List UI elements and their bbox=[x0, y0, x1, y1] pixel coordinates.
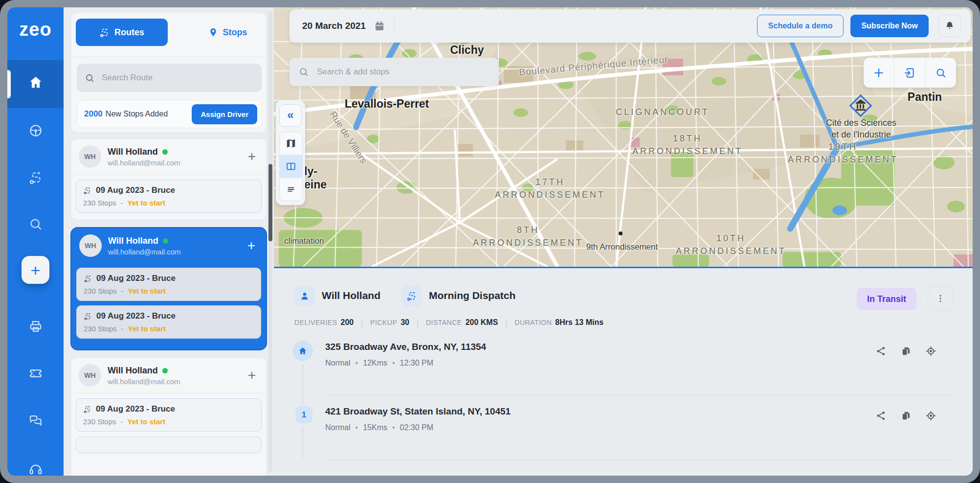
dispatch-menu-button[interactable] bbox=[928, 286, 953, 311]
map-search-button[interactable] bbox=[925, 58, 956, 88]
map-pin-icon bbox=[208, 27, 218, 37]
sidebar-item-support[interactable] bbox=[7, 461, 64, 476]
locate-icon[interactable] bbox=[925, 410, 936, 421]
driver-card[interactable]: WH Will Holland will.holland@mail.com + … bbox=[70, 357, 267, 483]
route-icon bbox=[28, 170, 43, 185]
calendar-icon[interactable] bbox=[374, 20, 385, 32]
tab-routes[interactable]: Routes bbox=[76, 19, 168, 46]
scrollbar-thumb[interactable] bbox=[268, 164, 272, 241]
route-search-input[interactable] bbox=[101, 72, 254, 83]
divider bbox=[71, 174, 267, 175]
route-entry[interactable]: 09 Aug 2023 - Bruce 230 Stops - Yet to s… bbox=[76, 180, 262, 213]
route-title: 09 Aug 2023 - Bruce bbox=[96, 404, 175, 414]
notifications-button[interactable] bbox=[938, 15, 961, 37]
route-icon bbox=[83, 186, 91, 195]
split-view-button[interactable] bbox=[280, 155, 302, 178]
route-entry[interactable]: 09 Aug 2023 - Bruce 230 Stops - Yet to s… bbox=[76, 305, 261, 339]
routes-header-card: Routes Stops 2000 New Stops Added Assign… bbox=[70, 12, 267, 133]
add-route-button[interactable]: + bbox=[245, 149, 259, 164]
stat-label: DISTANCE bbox=[426, 319, 462, 326]
sidebar-item-chat[interactable] bbox=[7, 414, 64, 428]
date-display[interactable]: 20 March 2021 bbox=[302, 21, 366, 31]
stop-actions bbox=[875, 410, 936, 421]
home-icon bbox=[7, 75, 64, 90]
assign-driver-button[interactable]: Assign Driver bbox=[192, 104, 257, 124]
headset-icon bbox=[28, 461, 43, 476]
separator: - bbox=[121, 287, 124, 295]
person-icon bbox=[299, 291, 310, 301]
add-route-button[interactable]: + bbox=[245, 368, 259, 383]
copy-icon[interactable] bbox=[900, 345, 912, 357]
stop-distance: 12Kms bbox=[363, 359, 387, 368]
map-side-controls: « bbox=[276, 100, 305, 205]
map-import-button[interactable] bbox=[894, 58, 925, 88]
subscribe-now-button[interactable]: Subscribe Now bbox=[850, 15, 929, 37]
stat-separator: | bbox=[417, 319, 419, 327]
route-chip bbox=[401, 286, 422, 306]
dispatch-driver-name: Will Holland bbox=[322, 290, 380, 301]
map-canvas[interactable]: Clichy Boulevard Périphérique Intérieur … bbox=[274, 7, 973, 267]
zeo-logo: zeo bbox=[7, 19, 64, 40]
route-entry[interactable]: 09 Aug 2023 - Bruce 230 Stops - Yet to s… bbox=[76, 268, 261, 301]
stop-actions bbox=[875, 345, 936, 357]
sidebar-item-home[interactable] bbox=[7, 60, 64, 108]
map-search-box bbox=[290, 58, 499, 86]
status-badge: In Transit bbox=[857, 288, 916, 310]
new-stops-text: New Stops Added bbox=[106, 110, 168, 118]
map-search-input[interactable] bbox=[316, 67, 490, 77]
ticket-icon bbox=[28, 366, 43, 381]
stat-value: 30 bbox=[401, 318, 409, 326]
app-window: Clichy Boulevard Périphérique Intérieur … bbox=[0, 0, 980, 483]
copy-icon[interactable] bbox=[900, 410, 912, 421]
sidebar-item-print[interactable] bbox=[7, 319, 64, 334]
sidebar-item-tickets[interactable] bbox=[7, 366, 64, 381]
driver-header: WH Will Holland will.holland@mail.com + bbox=[71, 139, 267, 174]
list-view-button[interactable] bbox=[280, 178, 302, 201]
share-icon[interactable] bbox=[875, 410, 887, 421]
map-add-stop-button[interactable] bbox=[864, 58, 894, 88]
routes-panel: Routes Stops 2000 New Stops Added Assign… bbox=[64, 7, 274, 476]
map-view-button[interactable] bbox=[280, 132, 302, 155]
route-icon bbox=[84, 275, 92, 283]
steering-wheel-icon bbox=[28, 123, 43, 138]
stop-meta: Normal • 15Kms • 02:30 PM bbox=[325, 423, 433, 432]
separator: - bbox=[121, 417, 123, 426]
tab-stops[interactable]: Stops bbox=[192, 19, 264, 46]
driver-email: will.holland@mail.com bbox=[108, 159, 180, 167]
new-stops-banner: 2000 New Stops Added Assign Driver bbox=[77, 100, 262, 128]
create-route-button[interactable]: + bbox=[22, 256, 49, 284]
stop-address[interactable]: 421 Broadway St, Staten Island, NY, 1045… bbox=[325, 406, 511, 417]
driver-email: will.holland@mail.com bbox=[108, 248, 181, 256]
locate-icon[interactable] bbox=[925, 345, 936, 357]
stop-divider bbox=[325, 460, 956, 460]
stop-marker-number: 1 bbox=[295, 406, 312, 423]
divider bbox=[71, 393, 267, 393]
stop-address[interactable]: 325 Broadway Ave, Bronx, NY, 11354 bbox=[325, 342, 486, 352]
driver-card[interactable]: WH Will Holland will.holland@mail.com + … bbox=[70, 138, 267, 220]
route-status: Yet to start bbox=[128, 324, 166, 333]
chevrons-left-icon: « bbox=[287, 108, 293, 122]
stop-marker-home bbox=[292, 341, 313, 361]
schedule-demo-button[interactable]: Schedule a demo bbox=[757, 15, 844, 37]
search-icon bbox=[298, 67, 309, 77]
avatar: WH bbox=[79, 364, 101, 387]
add-route-button[interactable]: + bbox=[245, 238, 258, 253]
collapse-panel-button[interactable]: « bbox=[279, 104, 302, 127]
panel-scrollbar[interactable] bbox=[268, 11, 272, 472]
stat-separator: | bbox=[505, 319, 507, 327]
stat-value: 200 bbox=[340, 318, 354, 326]
avatar: WH bbox=[79, 234, 102, 257]
folded-map-icon bbox=[286, 138, 296, 149]
driver-chip bbox=[294, 286, 315, 306]
sidebar-item-search[interactable] bbox=[7, 217, 64, 231]
route-icon bbox=[406, 291, 417, 301]
stat-label: PICKUP bbox=[370, 319, 397, 326]
sidebar-item-driver[interactable] bbox=[7, 123, 64, 138]
driver-card-selected[interactable]: WH Will Holland will.holland@mail.com + … bbox=[70, 227, 267, 350]
route-entry[interactable]: 09 Aug 2023 - Bruce 230 Stops - Yet to s… bbox=[76, 398, 262, 432]
stat-separator: | bbox=[361, 319, 363, 327]
dispatch-panel: Will Holland Morning Dispatch In Transit… bbox=[274, 267, 973, 476]
share-icon[interactable] bbox=[875, 345, 887, 357]
home-icon bbox=[298, 346, 308, 356]
sidebar-item-routes[interactable] bbox=[7, 170, 64, 185]
